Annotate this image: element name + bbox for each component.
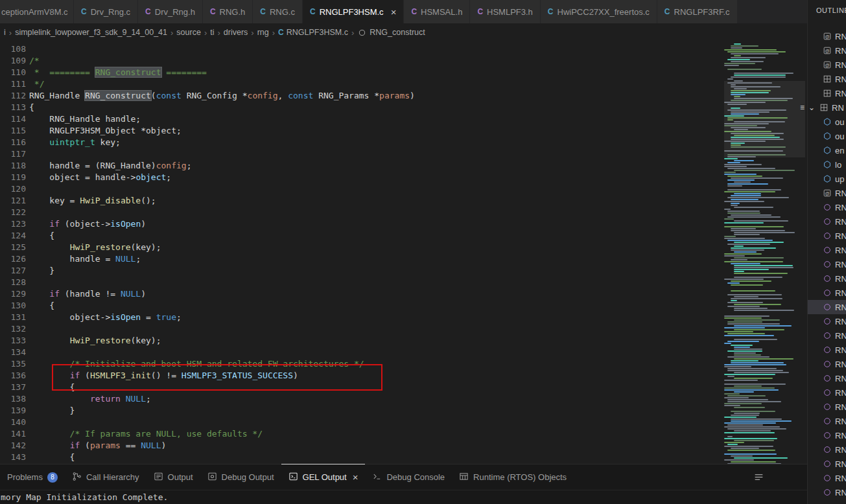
- outline-item[interactable]: @RN: [808, 58, 846, 72]
- outline-item[interactable]: RN: [808, 257, 846, 271]
- outline-item[interactable]: RN: [808, 214, 846, 229]
- breadcrumb-symbol[interactable]: RNG_construct: [357, 28, 425, 38]
- close-icon[interactable]: ×: [391, 7, 397, 17]
- outline-item[interactable]: RN: [808, 385, 846, 400]
- outline-item[interactable]: RN: [808, 314, 846, 328]
- code-line[interactable]: 113{: [0, 102, 723, 113]
- panel-tab[interactable]: Call Hierarchy: [65, 464, 147, 490]
- code-line[interactable]: 123 if (object->isOpen): [0, 218, 723, 230]
- code-line[interactable]: 122: [0, 207, 723, 218]
- breadcrumb-item[interactable]: i: [4, 28, 6, 37]
- outline-item[interactable]: RN: [808, 286, 846, 300]
- panel-tab[interactable]: Debug Output: [200, 464, 281, 490]
- editor-tab[interactable]: CRNGLPF3HSM.c×: [303, 0, 404, 23]
- code-line[interactable]: 142 if (params == NULL): [0, 440, 723, 452]
- close-icon[interactable]: ×: [353, 472, 358, 482]
- code-line[interactable]: 129 if (handle != NULL): [0, 288, 723, 300]
- breadcrumb-item[interactable]: ti: [210, 28, 214, 37]
- code-line[interactable]: 116 uintptr_t key;: [0, 137, 723, 148]
- code-line[interactable]: 119 object = handle->object;: [0, 172, 723, 183]
- minimap-slider[interactable]: [724, 81, 805, 157]
- outline-item[interactable]: @RN: [808, 43, 846, 58]
- outline-item[interactable]: RN: [808, 200, 846, 214]
- code-line[interactable]: 127 }: [0, 265, 723, 277]
- outline-item[interactable]: en: [808, 143, 846, 157]
- code-line[interactable]: 108: [0, 43, 723, 55]
- outline-item[interactable]: RN: [808, 371, 846, 385]
- code-line[interactable]: 112RNG_Handle RNG_construct(const RNG_Co…: [0, 90, 723, 102]
- code-line[interactable]: 139 }: [0, 405, 723, 417]
- code-line[interactable]: 132: [0, 323, 723, 335]
- outline-item[interactable]: RN: [808, 442, 846, 457]
- outline-item[interactable]: RN: [808, 457, 846, 471]
- outline-item[interactable]: RN: [808, 86, 846, 100]
- outline-item[interactable]: RN: [808, 428, 846, 442]
- code-line[interactable]: 135 /* Initialize and boot HSM and relat…: [0, 358, 723, 370]
- breadcrumb-item[interactable]: drivers: [224, 28, 248, 37]
- code-area[interactable]: 108109/*110 * ======== RNG_construct ===…: [0, 43, 723, 464]
- outline-item[interactable]: @RN: [808, 186, 846, 200]
- code-line[interactable]: 138 return NULL;: [0, 393, 723, 405]
- outline-item[interactable]: RN: [808, 72, 846, 86]
- outline-item[interactable]: RN: [808, 229, 846, 243]
- editor-tab[interactable]: CRNGLPF3RF.c: [657, 0, 738, 23]
- outline-item[interactable]: @RN: [808, 29, 846, 43]
- outline-item[interactable]: RN: [808, 300, 846, 314]
- code-line[interactable]: 110 * ======== RNG_construct ========: [0, 67, 723, 78]
- code-line[interactable]: 128: [0, 277, 723, 288]
- panel-tab[interactable]: GEL Output×: [281, 464, 366, 490]
- code-line[interactable]: 114 RNG_Handle handle;: [0, 113, 723, 125]
- code-line[interactable]: 117: [0, 148, 723, 160]
- code-line[interactable]: 120: [0, 183, 723, 195]
- breadcrumb-file[interactable]: CRNGLPF3HSM.c: [278, 28, 348, 37]
- editor-tab[interactable]: CHSMSAL.h: [404, 0, 470, 23]
- panel-tab[interactable]: Problems8: [0, 464, 65, 490]
- chevron-down-icon[interactable]: ⌄: [808, 103, 815, 112]
- editor-tab[interactable]: ceptionArmV8M.c: [0, 0, 74, 23]
- code-line[interactable]: 126 handle = NULL;: [0, 253, 723, 265]
- outline-item[interactable]: ou: [808, 129, 846, 143]
- code-line[interactable]: 121 key = HwiP_disable();: [0, 195, 723, 207]
- code-line[interactable]: 131 object->isOpen = true;: [0, 312, 723, 323]
- editor-tab[interactable]: CDrv_Rng.h: [138, 0, 203, 23]
- code-line[interactable]: 140: [0, 417, 723, 428]
- code-line[interactable]: 134: [0, 347, 723, 358]
- outline-item[interactable]: RN: [808, 328, 846, 343]
- code-line[interactable]: 118 handle = (RNG_Handle)config;: [0, 160, 723, 172]
- outline-item[interactable]: ≡⌄RN: [800, 100, 846, 115]
- editor-tab[interactable]: CHwiPCC27XX_freertos.c: [541, 0, 657, 23]
- panel-tab[interactable]: Debug Console: [365, 464, 452, 490]
- breadcrumb-item[interactable]: simplelink_lowpower_f3_sdk_9_14_00_41: [15, 28, 167, 37]
- code-line[interactable]: 133 HwiP_restore(key);: [0, 335, 723, 347]
- outline-item[interactable]: RN: [808, 471, 846, 485]
- outline-item[interactable]: RN: [808, 357, 846, 371]
- editor-tab[interactable]: CHSMLPF3.h: [470, 0, 540, 23]
- code-line[interactable]: 109/*: [0, 55, 723, 67]
- editor-tab[interactable]: CRNG.h: [203, 0, 253, 23]
- code-line[interactable]: 124 {: [0, 230, 723, 242]
- outline-item[interactable]: ou: [808, 115, 846, 129]
- editor-tab[interactable]: CDrv_Rng.c: [74, 0, 138, 23]
- code-line[interactable]: 111 */: [0, 78, 723, 90]
- breadcrumb-item[interactable]: source: [176, 28, 201, 37]
- outline-item[interactable]: up: [808, 172, 846, 186]
- code-line[interactable]: 137 {: [0, 382, 723, 393]
- editor-tab[interactable]: CRNG.c: [253, 0, 303, 23]
- outline-item[interactable]: RN: [808, 414, 846, 428]
- code-line[interactable]: 125 HwiP_restore(key);: [0, 242, 723, 253]
- outline-item[interactable]: RN: [808, 271, 846, 286]
- breadcrumb-item[interactable]: rng: [257, 28, 269, 37]
- outline-item[interactable]: RN: [808, 400, 846, 414]
- code-line[interactable]: 115 RNGLPF3HSM_Object *object;: [0, 125, 723, 137]
- outline-item[interactable]: RN: [808, 243, 846, 257]
- code-line[interactable]: 130 {: [0, 300, 723, 312]
- outline-item[interactable]: lo: [808, 157, 846, 172]
- code-line[interactable]: 136 if (HSMLPF3_init() != HSMLPF3_STATUS…: [0, 370, 723, 382]
- panel-tab[interactable]: Output: [147, 464, 200, 490]
- outline-item[interactable]: RN: [808, 485, 846, 499]
- code-line[interactable]: 141 /* If params are NULL, use defaults …: [0, 428, 723, 440]
- panel-tab[interactable]: Runtime (RTOS) Objects: [452, 464, 574, 490]
- outline-item[interactable]: RN: [808, 343, 846, 357]
- code-line[interactable]: 143 {: [0, 452, 723, 463]
- menu-icon[interactable]: ≡: [800, 103, 805, 112]
